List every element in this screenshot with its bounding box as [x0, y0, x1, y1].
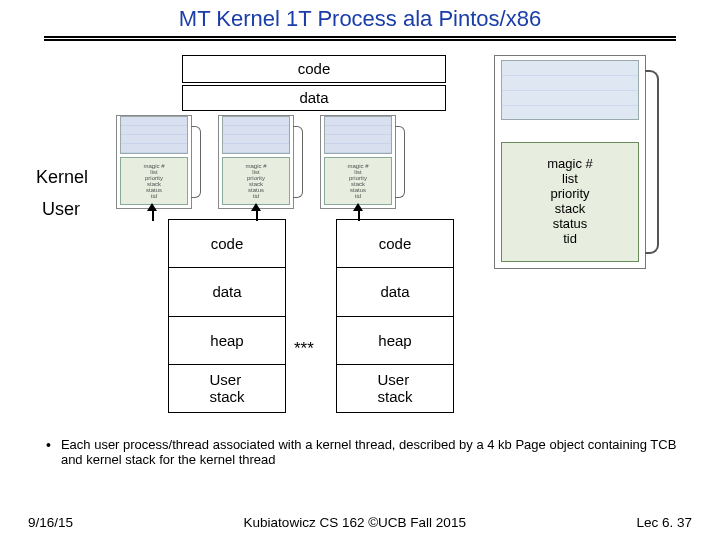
kernel-data-box: data [182, 85, 446, 111]
tcb-field: tid [355, 193, 361, 199]
footer: 9/16/15 Kubiatowicz CS 162 ©UCB Fall 201… [0, 515, 720, 530]
kernel-page-1: magic # list priority stack status tid [116, 115, 192, 209]
kernel-page-2: magic # list priority stack status tid [218, 115, 294, 209]
seg-stack: User stack [168, 365, 286, 413]
bullet-text: • Each user process/thread associated wi… [46, 438, 700, 468]
tcb-field: tid [563, 232, 577, 247]
kernel-page-3: magic # list priority stack status tid [320, 115, 396, 209]
tcb-3: magic # list priority stack status tid [324, 157, 392, 205]
tcb-field: priority [550, 187, 589, 202]
title-rule [44, 36, 676, 41]
brace-icon [191, 126, 201, 198]
ellipsis-stars: *** [294, 339, 314, 359]
arrowhead-icon [353, 203, 363, 211]
footer-course: Kubiatowicz CS 162 ©UCB Fall 2015 [244, 515, 466, 530]
tcb-1: magic # list priority stack status tid [120, 157, 188, 205]
user-label: User [42, 199, 80, 220]
seg-data: data [168, 268, 286, 316]
kernel-code-box: code [182, 55, 446, 83]
kstack-1 [120, 116, 188, 154]
diagram-area: code data magic # list priority stack st… [0, 49, 720, 429]
bullet-dot-icon: • [46, 438, 51, 468]
tcb-field: list [562, 172, 578, 187]
brace-icon [645, 70, 659, 254]
brace-icon [395, 126, 405, 198]
seg-code: code [336, 219, 454, 268]
tcb-field: status [553, 217, 588, 232]
tcb-field: tid [151, 193, 157, 199]
brace-icon [293, 126, 303, 198]
tcb-zoom: magic # list priority stack status tid [501, 142, 639, 262]
seg-stack: User stack [336, 365, 454, 413]
user-process-1: code data heap User stack [168, 219, 286, 413]
tcb-field: stack [555, 202, 585, 217]
tcb-field: magic # [547, 157, 593, 172]
kstack-3 [324, 116, 392, 154]
seg-heap: heap [168, 317, 286, 365]
footer-pagenum: Lec 6. 37 [636, 515, 692, 530]
tcb-2: magic # list priority stack status tid [222, 157, 290, 205]
arrowhead-icon [147, 203, 157, 211]
seg-data: data [336, 268, 454, 316]
kernel-label: Kernel [36, 167, 88, 188]
tcb-field: tid [253, 193, 259, 199]
bullet-content: Each user process/thread associated with… [61, 438, 700, 468]
footer-date: 9/16/15 [28, 515, 73, 530]
kstack-zoom [501, 60, 639, 120]
kstack-2 [222, 116, 290, 154]
seg-code: code [168, 219, 286, 268]
kernel-page-zoom: magic # list priority stack status tid [494, 55, 646, 269]
slide-title: MT Kernel 1T Process ala Pintos/x86 [0, 0, 720, 36]
arrowhead-icon [251, 203, 261, 211]
user-process-2: code data heap User stack [336, 219, 454, 413]
seg-heap: heap [336, 317, 454, 365]
